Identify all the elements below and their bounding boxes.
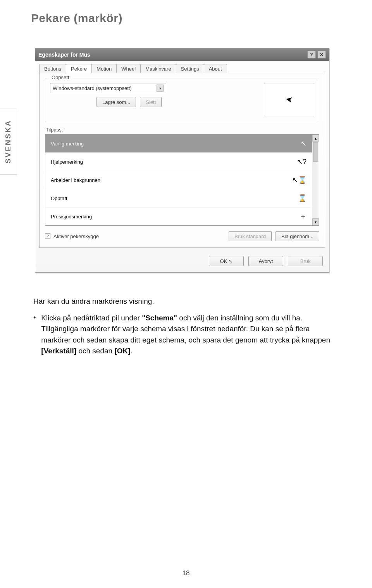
language-tab: SVENSKA: [0, 109, 17, 175]
cursor-arrow-icon: ➤: [285, 94, 293, 105]
bullet-icon: •: [33, 313, 36, 357]
scheme-dropdown[interactable]: Windows-standard (systemoppsett) ▾: [50, 83, 166, 93]
delete-button[interactable]: Slett: [140, 97, 162, 107]
close-icon: ✕: [320, 52, 324, 57]
dialog-titlebar: Egenskaper for Mus ? ✕: [35, 48, 329, 61]
tab-buttons[interactable]: Buttons: [39, 64, 66, 73]
bullet-text: Klicka på nedåtriktad pil under "Schema"…: [41, 313, 339, 357]
list-item-label: Vanlig merking: [51, 141, 84, 147]
list-item-label: Hjelpemerking: [51, 159, 83, 165]
list-item-label: Presisjonsmerking: [51, 214, 92, 220]
shadow-checkbox-row[interactable]: ✓ Aktiver pekerskygge: [45, 233, 99, 239]
body-text: Här kan du ändra markörens visning. • Kl…: [31, 296, 341, 357]
cursor-working-icon: ↖⌛: [292, 176, 307, 184]
scrollbar-thumb[interactable]: [313, 142, 318, 162]
tab-maskinvare[interactable]: Maskinvare: [140, 64, 176, 73]
list-item-label: Arbeider i bakgrunnen: [51, 177, 100, 183]
list-item[interactable]: Opptatt ⌛: [45, 189, 312, 208]
intro-text: Här kan du ändra markörens visning.: [33, 296, 339, 307]
save-as-button[interactable]: Lagre som...: [96, 97, 136, 107]
cursor-preview: ➤: [264, 83, 314, 116]
use-default-button[interactable]: Bruk standard: [229, 231, 272, 241]
cursor-arrow-icon: ↖: [229, 258, 232, 264]
shadow-checkbox-label: Aktiver pekerskygge: [53, 233, 99, 239]
help-button[interactable]: ?: [307, 51, 316, 59]
tab-panel: Oppsett Windows-standard (systemoppsett)…: [39, 73, 325, 248]
scrollbar[interactable]: ▴ ▾: [312, 135, 319, 225]
cursor-listbox[interactable]: Vanlig merking ↖ Hjelpemerking ↖? Arbeid…: [45, 134, 319, 226]
cursor-icon: ↖: [301, 139, 307, 148]
chevron-down-icon: ▾: [157, 85, 164, 92]
ok-button[interactable]: OK ↖: [209, 256, 244, 266]
page-title: Pekare (markör): [31, 12, 341, 25]
page-number: 18: [183, 569, 190, 577]
tab-about[interactable]: About: [204, 64, 227, 73]
browse-button[interactable]: Bla gjennom...: [276, 231, 319, 241]
scheme-groupbox: Oppsett Windows-standard (systemoppsett)…: [45, 78, 319, 122]
tab-pekere[interactable]: Pekere: [66, 64, 92, 73]
ok-button-label: OK: [220, 258, 227, 264]
cursor-help-icon: ↖?: [297, 157, 307, 166]
list-item[interactable]: Vanlig merking ↖: [45, 135, 312, 153]
help-icon: ?: [310, 52, 313, 57]
scroll-up-icon[interactable]: ▴: [312, 135, 319, 142]
apply-button[interactable]: Bruk: [288, 256, 323, 266]
properties-dialog: Egenskaper for Mus ? ✕ Buttons Pekere Mo…: [35, 48, 329, 273]
cancel-button[interactable]: Avbryt: [248, 256, 283, 266]
language-tab-label: SVENSKA: [4, 120, 13, 164]
close-button[interactable]: ✕: [317, 51, 326, 59]
shadow-checkbox[interactable]: ✓: [45, 233, 50, 239]
scheme-legend: Oppsett: [49, 74, 72, 80]
scheme-dropdown-value: Windows-standard (systemoppsett): [53, 85, 132, 91]
scroll-down-icon[interactable]: ▾: [312, 218, 319, 225]
list-item[interactable]: Hjelpemerking ↖?: [45, 153, 312, 171]
customize-label: Tilpass:: [46, 127, 319, 133]
dialog-title: Egenskaper for Mus: [38, 52, 90, 58]
list-item-label: Opptatt: [51, 195, 67, 201]
tab-wheel[interactable]: Wheel: [116, 64, 141, 73]
tab-settings[interactable]: Settings: [176, 64, 204, 73]
tabs-row: Buttons Pekere Motion Wheel Maskinvare S…: [35, 61, 329, 73]
list-item[interactable]: Presisjonsmerking ＋: [45, 208, 312, 225]
cursor-precision-icon: ＋: [300, 212, 307, 221]
dialog-footer: OK ↖ Avbryt Bruk: [35, 252, 329, 272]
cursor-busy-icon: ⌛: [298, 194, 307, 202]
list-item[interactable]: Arbeider i bakgrunnen ↖⌛: [45, 171, 312, 189]
tab-motion[interactable]: Motion: [91, 64, 117, 73]
